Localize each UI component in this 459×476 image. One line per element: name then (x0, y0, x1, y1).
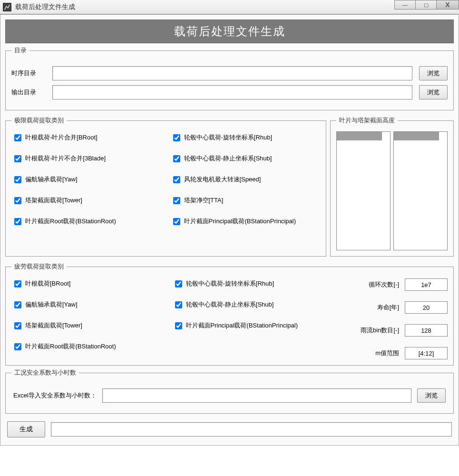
fatigue-check-broot-box[interactable] (14, 280, 21, 288)
minimize-icon: — (402, 2, 408, 8)
safety-browse-button[interactable]: 浏览 (417, 388, 446, 403)
fatigue-check-yaw-box[interactable] (14, 301, 21, 308)
heights-legend: 叶片与塔架截面高度 (336, 116, 398, 125)
out-dir-row: 输出目录 浏览 (11, 85, 448, 99)
extreme-check-speed[interactable]: 风轮发电机最大转速[Speed] (173, 175, 318, 184)
extreme-check-yaw-box[interactable] (14, 176, 21, 183)
bins-row: 雨流bin数目[-] (333, 324, 448, 337)
extreme-check-tower[interactable]: 塔架截面载荷[Tower] (14, 196, 159, 205)
fatigue-check-bstationprincipal[interactable]: 叶片截面Principal载荷(BStationPrincipal) (175, 321, 322, 330)
bins-input[interactable] (405, 324, 448, 337)
extreme-check-rhub[interactable]: 轮毂中心载荷-旋转坐标系[Rhub] (173, 133, 318, 142)
extreme-check-speed-box[interactable] (173, 176, 180, 183)
extreme-check-broot-box[interactable] (14, 134, 21, 141)
close-icon: X (445, 1, 449, 9)
extreme-check-3blade-box[interactable] (14, 155, 21, 162)
fatigue-check-bstationroot[interactable]: 叶片截面Root载荷(BStationRoot) (14, 342, 161, 351)
blade-heights-list[interactable] (336, 131, 391, 250)
extreme-check-3blade[interactable]: 叶根载荷-叶片不合并[3Blade] (14, 154, 159, 163)
fatigue-check-tower[interactable]: 塔架截面载荷[Tower] (14, 321, 161, 330)
directory-legend: 目录 (11, 46, 29, 55)
generate-row: 生成 (5, 418, 454, 440)
extreme-check-tta[interactable]: 塔架净空[TTA] (173, 196, 318, 205)
fatigue-check-bstationprincipal-box[interactable] (175, 322, 182, 329)
cycles-row: 循环次数[-] (333, 278, 448, 291)
extreme-check-bstationprincipal-box[interactable] (173, 218, 180, 225)
extreme-check-yaw[interactable]: 偏航轴承载荷[Yaw] (14, 175, 159, 184)
fatigue-check-shub[interactable]: 轮毂中心载荷-静止坐标系[Shub] (175, 300, 322, 309)
extreme-check-bstationroot[interactable]: 叶片截面Root载荷(BStationRoot) (14, 217, 159, 226)
directory-group: 目录 时序目录 浏览 输出目录 浏览 (5, 46, 454, 110)
m-range-label: m值范围 (375, 349, 399, 357)
life-label: 寿命[年] (377, 303, 399, 312)
out-dir-browse-button[interactable]: 浏览 (419, 85, 448, 99)
tower-heights-list[interactable] (393, 131, 448, 250)
close-button[interactable]: X (436, 0, 459, 10)
extreme-check-rhub-box[interactable] (173, 134, 180, 141)
m-range-row: m值范围 (333, 347, 448, 359)
extreme-check-bstationprincipal[interactable]: 叶片截面Principal载荷(BStationPrincipal) (173, 217, 318, 226)
generate-button[interactable]: 生成 (7, 421, 45, 437)
extreme-check-shub-box[interactable] (173, 155, 180, 162)
fatigue-check-yaw[interactable]: 偏航轴承载荷[Yaw] (14, 300, 161, 309)
fatigue-load-group: 疲劳载荷提取类别 叶根载荷[BRoot] 偏航轴承载荷[Yaw] 塔架截面载荷[… (5, 262, 454, 366)
extreme-load-group: 极限载荷提取类别 叶根载荷-叶片合并[BRoot] 叶根载荷-叶片不合并[3Bl… (5, 116, 326, 257)
ts-dir-input[interactable] (52, 66, 412, 80)
extreme-check-broot[interactable]: 叶根载荷-叶片合并[BRoot] (14, 133, 159, 142)
ts-dir-label: 时序目录 (11, 69, 46, 78)
fatigue-check-tower-box[interactable] (14, 322, 21, 329)
fatigue-check-bstationroot-box[interactable] (14, 343, 21, 350)
maximize-button[interactable]: ▢ (415, 0, 437, 10)
extreme-check-bstationroot-box[interactable] (14, 218, 21, 225)
cycles-input[interactable] (405, 278, 448, 291)
heights-group: 叶片与塔架截面高度 (330, 116, 454, 257)
window-title: 载荷后处理文件生成 (15, 3, 395, 11)
extreme-check-tta-box[interactable] (173, 197, 180, 204)
cycles-label: 循环次数[-] (369, 280, 399, 289)
minimize-button[interactable]: — (394, 0, 416, 10)
m-range-input[interactable] (405, 347, 448, 359)
safety-group: 工况安全系数与小时数 Excel导入安全系数与小时数： 浏览 (5, 368, 454, 414)
extreme-check-shub[interactable]: 轮毂中心载荷-静止坐标系[Shub] (173, 154, 318, 163)
out-dir-label: 输出目录 (11, 88, 46, 97)
safety-label: Excel导入安全系数与小时数： (13, 391, 97, 400)
safety-input[interactable] (102, 388, 411, 403)
status-output[interactable] (51, 422, 452, 436)
life-input[interactable] (405, 301, 448, 314)
fatigue-check-broot[interactable]: 叶根载荷[BRoot] (14, 279, 161, 288)
fatigue-load-legend: 疲劳载荷提取类别 (11, 262, 67, 271)
fatigue-check-rhub-box[interactable] (175, 280, 182, 288)
safety-legend: 工况安全系数与小时数 (11, 368, 79, 377)
window-controls: — ▢ X (395, 0, 459, 14)
ts-dir-row: 时序目录 浏览 (11, 66, 448, 80)
fatigue-check-rhub[interactable]: 轮毂中心载荷-旋转坐标系[Rhub] (175, 279, 322, 288)
extreme-check-tower-box[interactable] (14, 197, 21, 204)
maximize-icon: ▢ (424, 2, 429, 8)
bins-label: 雨流bin数目[-] (361, 326, 399, 335)
ts-dir-browse-button[interactable]: 浏览 (419, 66, 448, 80)
fatigue-check-shub-box[interactable] (175, 301, 182, 308)
window-body: 载荷后处理文件生成 目录 时序目录 浏览 输出目录 浏览 极限载荷提取类别 叶根… (0, 14, 459, 446)
life-row: 寿命[年] (333, 301, 448, 314)
extreme-load-legend: 极限载荷提取类别 (11, 116, 67, 125)
titlebar: 载荷后处理文件生成 — ▢ X (0, 0, 459, 14)
app-icon (3, 3, 11, 11)
out-dir-input[interactable] (52, 85, 412, 99)
page-title: 载荷后处理文件生成 (5, 20, 454, 43)
